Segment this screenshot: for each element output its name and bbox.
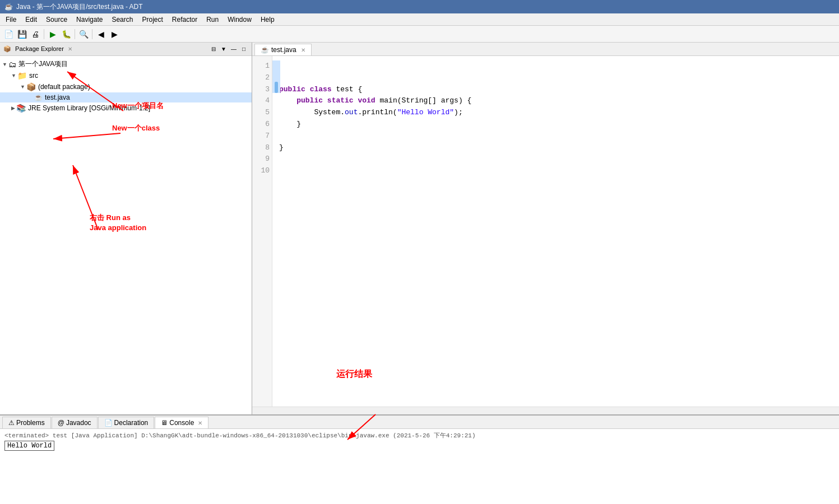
tab-close[interactable]: ✕ [301, 47, 305, 53]
debug-button[interactable]: 🐛 [60, 28, 72, 40]
svg-line-3 [53, 133, 120, 139]
console-close[interactable]: ✕ [198, 420, 202, 426]
pe-tree[interactable]: ▼ 🗂 第一个JAVA项目 ▼ 📁 src ▼ 📦 (default packa… [0, 56, 252, 414]
tab-javadoc[interactable]: @ Javadoc [52, 417, 98, 428]
annot-new-class: New一个class [112, 123, 160, 133]
pe-close-hint: ✕ [68, 46, 72, 52]
problems-label: Problems [16, 419, 45, 427]
print-button[interactable]: 🖨 [29, 28, 41, 40]
code-line-2: public class test { [279, 85, 362, 94]
menu-window[interactable]: Window [224, 15, 255, 25]
editor-area: ☕ test.java ✕ 1 2 3 4 5 6 7 8 9 10 [252, 43, 839, 414]
content-area: 📦 Package Explorer ✕ ⊟ ▼ — □ ▼ 🗂 第一个JAVA… [0, 43, 839, 414]
toolbar: 📄 💾 🖨 ▶ 🐛 🔍 ◀ ▶ [0, 26, 839, 43]
problems-icon: ⚠ [8, 419, 15, 427]
bottom-panel: ⚠ Problems @ Javadoc 📄 Declaration 🖥 Con… [0, 414, 839, 504]
src-icon: 📁 [17, 71, 27, 80]
pe-toolbar: ⊟ ▼ — □ [209, 45, 248, 54]
pe-minimize-btn[interactable]: — [229, 45, 238, 54]
default-pkg-label: (default package) [38, 83, 90, 91]
code-editor[interactable]: public class test { public static void m… [272, 56, 839, 407]
console-content: <terminated> test [Java Application] D:\… [0, 429, 839, 504]
default-pkg-arrow: ▼ [20, 84, 25, 90]
javadoc-icon: @ [58, 419, 64, 427]
console-terminated-line: <terminated> test [Java Application] D:\… [4, 431, 835, 440]
tab-problems[interactable]: ⚠ Problems [2, 417, 51, 428]
project-arrow: ▼ [2, 62, 7, 67]
pe-title: 📦 Package Explorer ✕ [3, 45, 72, 53]
title-bar: ☕ Java - 第一个JAVA项目/src/test.java - ADT [0, 0, 839, 13]
default-pkg-icon: 📦 [26, 82, 36, 91]
editor-scroll-bottom[interactable] [252, 407, 839, 414]
forward-button[interactable]: ▶ [108, 28, 120, 40]
jre-icon: 📚 [16, 104, 26, 113]
hello-world-box: Hello World [4, 441, 54, 451]
pe-header: 📦 Package Explorer ✕ ⊟ ▼ — □ [0, 43, 252, 56]
menu-source[interactable]: Source [43, 15, 71, 25]
toolbar-sep-2 [75, 29, 75, 39]
main-layout: 📦 Package Explorer ✕ ⊟ ▼ — □ ▼ 🗂 第一个JAVA… [0, 43, 839, 504]
pe-menu-btn[interactable]: ▼ [219, 45, 228, 54]
project-label: 第一个JAVA项目 [18, 59, 68, 69]
package-explorer: 📦 Package Explorer ✕ ⊟ ▼ — □ ▼ 🗂 第一个JAVA… [0, 43, 252, 414]
declaration-icon: 📄 [104, 419, 113, 427]
menu-edit[interactable]: Edit [22, 15, 40, 25]
javadoc-label: Javadoc [66, 419, 91, 427]
gutter-mark-area [272, 60, 280, 93]
pe-maximize-btn[interactable]: □ [239, 45, 248, 54]
window-icon: ☕ [4, 3, 13, 11]
window-title: Java - 第一个JAVA项目/src/test.java - ADT [16, 2, 143, 12]
menu-help[interactable]: Help [257, 15, 278, 25]
menu-search[interactable]: Search [108, 15, 136, 25]
back-button[interactable]: ◀ [95, 28, 107, 40]
run-button[interactable]: ▶ [47, 28, 59, 40]
tab-console[interactable]: 🖥 Console ✕ [155, 417, 208, 428]
tab-icon: ☕ [261, 46, 269, 54]
code-line-3: public static void main(String[] args) { [279, 96, 471, 105]
editor-tab-testjava[interactable]: ☕ test.java ✕ [254, 44, 312, 55]
bottom-tabs: ⚠ Problems @ Javadoc 📄 Declaration 🖥 Con… [0, 416, 839, 429]
tab-label: test.java [271, 46, 296, 54]
search-toolbar-button[interactable]: 🔍 [77, 28, 90, 40]
annot-run-as: 右击 Run as Java application [90, 213, 146, 233]
pe-collapse-btn[interactable]: ⊟ [209, 45, 218, 54]
code-line-5: } [279, 120, 301, 128]
tree-node-default-pkg[interactable]: ▼ 📦 (default package) [0, 81, 252, 92]
console-icon: 🖥 [161, 419, 168, 427]
line-numbers: 1 2 3 4 5 6 7 8 9 10 [252, 56, 272, 407]
menu-navigate[interactable]: Navigate [73, 15, 106, 25]
toolbar-sep-1 [44, 29, 44, 39]
testjava-icon: ☕ [34, 94, 43, 101]
code-line-4: System.out.println("Hello World"); [279, 108, 463, 116]
jre-arrow: ▶ [11, 105, 15, 111]
project-icon: 🗂 [8, 60, 16, 69]
code-line-7: } [279, 143, 284, 152]
src-arrow: ▼ [11, 73, 16, 78]
annot-new-project: New一个项目名 [112, 101, 164, 111]
save-button[interactable]: 💾 [16, 28, 28, 40]
hello-world-output: Hello World [4, 440, 835, 451]
new-button[interactable]: 📄 [2, 28, 15, 40]
menu-refactor[interactable]: Refactor [169, 15, 201, 25]
menu-run[interactable]: Run [203, 15, 222, 25]
src-label: src [29, 72, 38, 80]
pe-icon: 📦 [3, 45, 11, 52]
menu-bar: File Edit Source Navigate Search Project… [0, 13, 839, 26]
tree-node-src[interactable]: ▼ 📁 src [0, 70, 252, 81]
toolbar-sep-3 [92, 29, 92, 39]
console-label: Console [169, 419, 194, 427]
tab-declaration[interactable]: 📄 Declaration [98, 417, 155, 428]
testjava-label: test.java [45, 94, 70, 101]
editor-content[interactable]: 1 2 3 4 5 6 7 8 9 10 public cla [252, 56, 839, 407]
menu-file[interactable]: File [2, 15, 20, 25]
tree-node-project[interactable]: ▼ 🗂 第一个JAVA项目 [0, 58, 252, 70]
declaration-label: Declaration [114, 419, 149, 427]
menu-project[interactable]: Project [138, 15, 166, 25]
editor-tabs: ☕ test.java ✕ [252, 43, 839, 56]
